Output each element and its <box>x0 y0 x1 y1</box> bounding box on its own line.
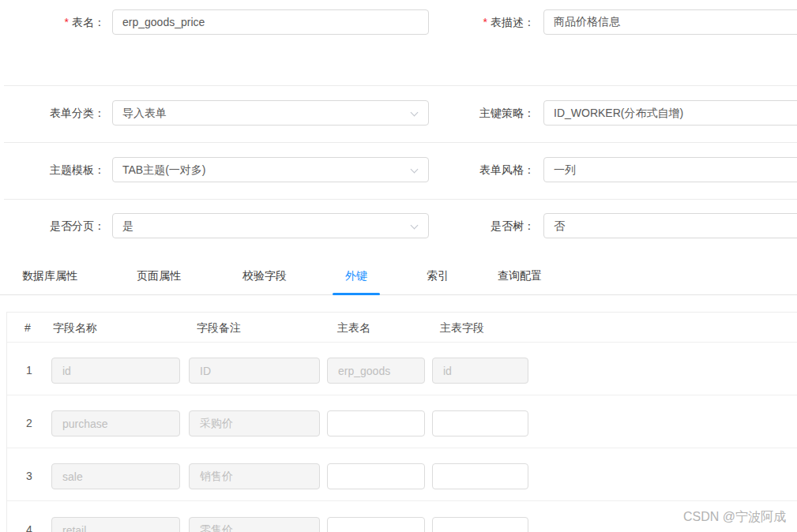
header-main-field: 主表字段 <box>440 313 484 343</box>
main-field-input[interactable] <box>432 410 528 436</box>
form-style-value: 一列 <box>554 163 576 176</box>
section-divider <box>4 142 797 143</box>
field-name-input <box>51 517 180 532</box>
row-number: 2 <box>20 410 39 436</box>
field-comment-input <box>189 358 320 384</box>
form-style-label: 表单风格： <box>430 157 535 182</box>
is-tree-select[interactable]: 否 <box>543 213 797 238</box>
field-name-input <box>51 410 180 436</box>
tab-query-config[interactable]: 查询配置 <box>498 266 542 285</box>
required-asterisk: * <box>65 16 69 28</box>
table-header-row: # 字段名称 字段备注 主表名 主表字段 <box>7 313 797 343</box>
is-pagination-label: 是否分页： <box>0 213 105 238</box>
form-category-value: 导入表单 <box>122 107 167 119</box>
theme-template-label: 主题模板： <box>0 157 105 182</box>
header-field-name: 字段名称 <box>53 313 97 343</box>
row-number: 3 <box>20 463 39 489</box>
theme-template-value: TAB主题(一对多) <box>122 163 206 176</box>
tab-foreign-key[interactable]: 外键 <box>345 266 367 285</box>
main-table-input[interactable] <box>327 517 425 532</box>
form-category-label: 表单分类： <box>0 100 105 126</box>
row-number: 4 <box>20 517 39 532</box>
form-category-select[interactable]: 导入表单 <box>112 100 429 126</box>
table-row: 1 <box>7 343 797 395</box>
is-tree-label: 是否树： <box>430 213 535 238</box>
theme-template-select[interactable]: TAB主题(一对多) <box>112 157 429 182</box>
tab-database-properties[interactable]: 数据库属性 <box>22 266 77 285</box>
tab-page-properties[interactable]: 页面属性 <box>137 266 181 285</box>
header-main-table: 主表名 <box>337 313 370 343</box>
main-table-input[interactable] <box>327 410 425 436</box>
active-tab-underline <box>333 293 380 295</box>
pk-strategy-value: ID_WORKER(分布式自增) <box>554 107 683 119</box>
field-comment-input <box>189 410 320 436</box>
main-table-input <box>327 358 425 384</box>
table-name-input[interactable] <box>112 9 429 35</box>
main-table-input[interactable] <box>327 463 425 489</box>
table-row: 3 <box>7 448 797 501</box>
form-style-select[interactable]: 一列 <box>543 157 797 182</box>
table-desc-label: *表描述： <box>430 9 535 35</box>
field-name-input <box>51 358 180 384</box>
table-name-label-text: 表名： <box>72 16 105 28</box>
section-divider <box>4 85 797 86</box>
csdn-watermark: CSDN @宁波阿成 <box>683 509 786 526</box>
table-desc-label-text: 表描述： <box>491 16 535 28</box>
chevron-down-icon <box>411 109 419 117</box>
main-field-input <box>432 358 528 384</box>
table-desc-input[interactable] <box>543 9 797 35</box>
field-comment-input <box>189 517 320 532</box>
is-tree-value: 否 <box>554 219 565 232</box>
required-asterisk: * <box>483 16 487 28</box>
tab-validation-fields[interactable]: 校验字段 <box>242 266 287 285</box>
field-name-input <box>51 463 180 489</box>
table-config-page: *表名： *表描述： 表单分类： 导入表单 主键策略： ID_WORKER(分布… <box>0 0 797 532</box>
pk-strategy-label: 主键策略： <box>430 100 535 126</box>
is-pagination-value: 是 <box>122 219 133 232</box>
main-field-input[interactable] <box>432 517 528 532</box>
tab-index[interactable]: 索引 <box>427 266 449 285</box>
field-comment-input <box>189 463 320 489</box>
section-divider <box>4 199 797 200</box>
foreign-key-table: # 字段名称 字段备注 主表名 主表字段 1 2 3 <box>6 312 797 532</box>
table-row: 4 <box>7 502 797 532</box>
chevron-down-icon <box>411 166 419 174</box>
row-number: 1 <box>20 358 39 384</box>
table-row: 2 <box>7 395 797 448</box>
header-index: # <box>24 313 31 343</box>
header-field-comment: 字段备注 <box>197 313 241 343</box>
is-pagination-select[interactable]: 是 <box>112 213 429 238</box>
table-name-label: *表名： <box>0 9 105 35</box>
tabbar-divider <box>0 294 797 295</box>
main-field-input[interactable] <box>432 463 528 489</box>
chevron-down-icon <box>411 222 419 230</box>
pk-strategy-select[interactable]: ID_WORKER(分布式自增) <box>543 100 797 126</box>
